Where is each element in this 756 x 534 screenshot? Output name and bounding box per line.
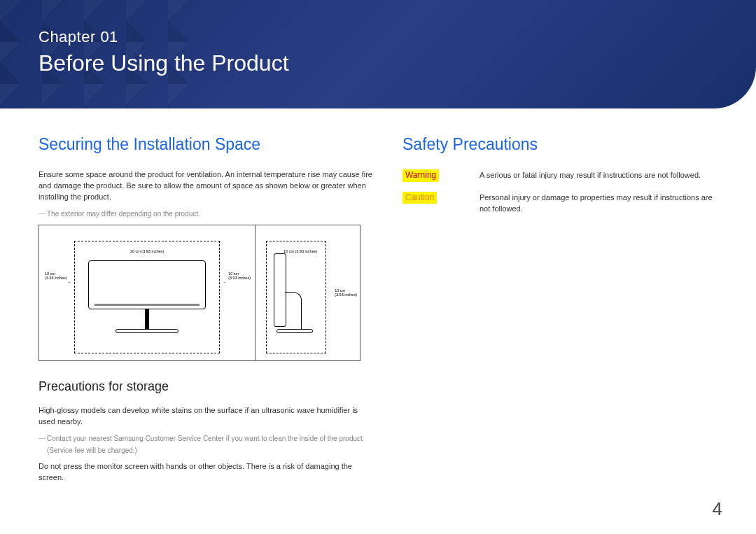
dim-right-sub: (3.93 inches) (228, 276, 251, 280)
chapter-label: Chapter 01 (38, 28, 718, 46)
section-heading-safety: Safety Precautions (402, 135, 718, 154)
right-column: Safety Precautions Warning A serious or … (402, 135, 718, 491)
dim-back-sub: (3.93 inches) (335, 293, 357, 297)
diagram-front-view: 10 cm (3.93 inches) 10 cm (3.93 inches) … (39, 225, 255, 360)
page-number: 4 (713, 498, 722, 520)
warning-text: A serious or fatal injury may result if … (479, 169, 718, 182)
storage-para-2: Do not press the monitor screen with han… (38, 461, 374, 484)
sub-heading-storage: Precautions for storage (38, 379, 374, 394)
dim-side-top: 10 cm (3.93 inches) (284, 249, 317, 253)
safety-definitions: Warning A serious or fatal injury may re… (402, 169, 718, 215)
dim-left-sub: (3.93 inches) (45, 276, 67, 280)
exterior-note: The exterior may differ depending on the… (38, 210, 374, 218)
caution-badge: Caution (402, 192, 437, 204)
storage-para-1: High-glossy models can develop white sta… (38, 405, 374, 428)
spacing-diagram: 10 cm (3.93 inches) 10 cm (3.93 inches) … (38, 225, 360, 361)
diagram-side-view: 10 cm (3.93 inches) 10 cm (3.93 inches) (255, 225, 360, 360)
section-heading-install: Securing the Installation Space (38, 135, 374, 154)
chapter-banner: Chapter 01 Before Using the Product (0, 0, 756, 108)
storage-note-sub: (Service fee will be charged.) (47, 447, 374, 454)
chapter-title: Before Using the Product (38, 50, 718, 76)
warning-badge: Warning (402, 169, 439, 182)
left-column: Securing the Installation Space Ensure s… (38, 135, 374, 491)
dim-top: 10 cm (3.93 inches) (130, 249, 164, 253)
caution-text: Personal injury or damage to properties … (479, 192, 718, 215)
intro-paragraph: Ensure some space around the product for… (38, 169, 374, 203)
page-content: Securing the Installation Space Ensure s… (0, 108, 756, 491)
storage-note: Contact your nearest Samsung Customer Se… (38, 435, 374, 442)
